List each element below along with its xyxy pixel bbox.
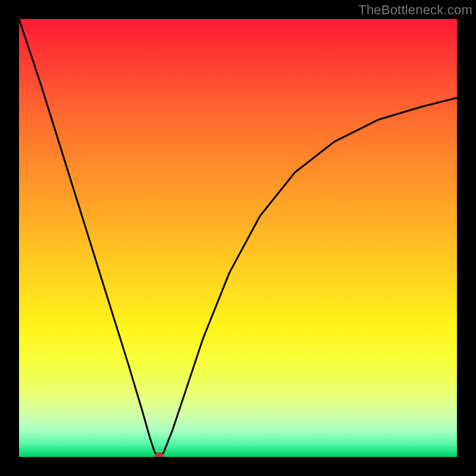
bottleneck-curve <box>19 19 457 457</box>
watermark-text: TheBottleneck.com <box>358 2 472 18</box>
plot-area <box>19 19 457 457</box>
chart-frame: TheBottleneck.com <box>0 0 476 476</box>
curve-layer <box>19 19 457 457</box>
